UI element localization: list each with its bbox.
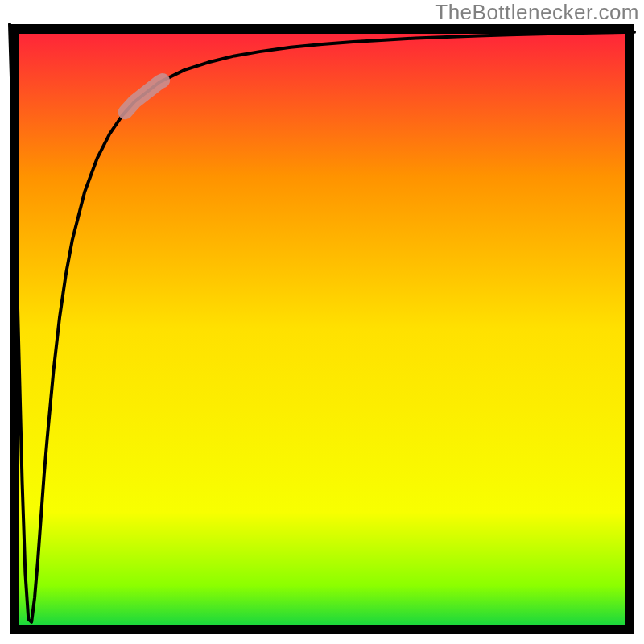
plot-background	[10, 24, 634, 634]
bottleneck-chart	[0, 0, 644, 644]
attribution-label: TheBottlenecker.com	[435, 0, 639, 25]
chart-container: TheBottlenecker.com	[0, 0, 644, 644]
